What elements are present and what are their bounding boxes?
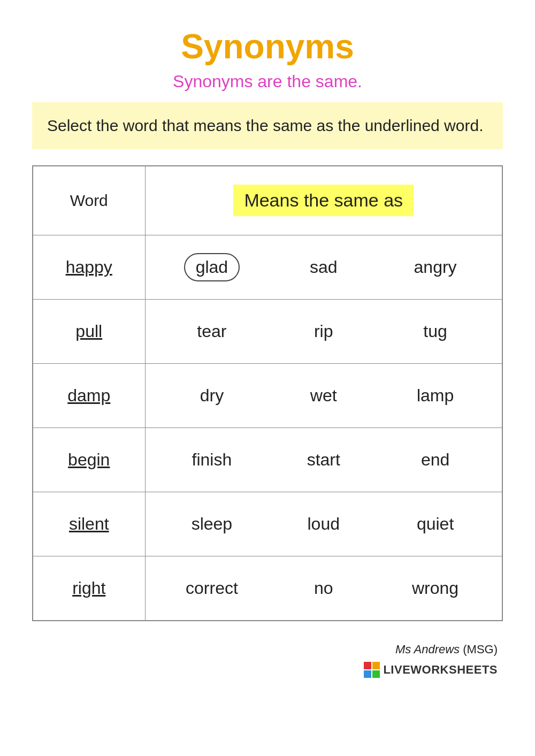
lw-sq-blue xyxy=(364,670,371,678)
footer-area: Ms Andrews (MSG) xyxy=(32,643,503,656)
header-word-cell: Word xyxy=(33,166,145,235)
word-label-silent: silent xyxy=(69,514,109,533)
page-title: Synonyms xyxy=(181,27,354,66)
lw-sq-orange xyxy=(372,662,380,669)
liveworksheets-brand-text: LIVEWORKSHEETS xyxy=(383,663,498,677)
header-means-cell: Means the same as xyxy=(145,166,502,235)
subtitle: Synonyms are the same. xyxy=(173,72,362,91)
word-cell-right: right xyxy=(33,556,145,621)
options-cell-begin: finishstartend xyxy=(145,428,502,492)
word-cell-pull: pull xyxy=(33,300,145,364)
option-pull-tug[interactable]: tug xyxy=(379,322,491,341)
option-circled-glad: glad xyxy=(184,253,240,281)
word-label-pull: pull xyxy=(75,322,102,341)
option-pull-rip[interactable]: rip xyxy=(268,322,379,341)
options-cell-pull: tearriptug xyxy=(145,300,502,364)
options-group-happy: gladsadangry xyxy=(146,235,502,299)
word-label-damp: damp xyxy=(67,386,110,405)
option-damp-dry[interactable]: dry xyxy=(156,386,268,406)
table-header-row: Word Means the same as xyxy=(33,166,502,235)
option-damp-wet[interactable]: wet xyxy=(268,386,379,406)
options-cell-right: correctnowrong xyxy=(145,556,502,621)
option-begin-end[interactable]: end xyxy=(379,450,491,470)
author-text: Ms Andrews xyxy=(395,643,460,656)
table-row: rightcorrectnowrong xyxy=(33,556,502,621)
options-group-begin: finishstartend xyxy=(146,428,502,492)
option-right-wrong[interactable]: wrong xyxy=(379,578,491,598)
options-cell-silent: sleeploudquiet xyxy=(145,492,502,556)
option-silent-loud[interactable]: loud xyxy=(268,514,379,534)
options-group-damp: drywetlamp xyxy=(146,364,502,427)
liveworksheets-area: LIVEWORKSHEETS xyxy=(32,662,503,678)
option-silent-sleep[interactable]: sleep xyxy=(156,514,268,534)
option-damp-lamp[interactable]: lamp xyxy=(379,386,491,406)
liveworksheets-logo: LIVEWORKSHEETS xyxy=(364,662,498,678)
synonym-table: Word Means the same as happygladsadangry… xyxy=(32,165,503,621)
word-label-begin: begin xyxy=(68,450,110,469)
msg-text: (MSG) xyxy=(460,643,498,656)
option-right-correct[interactable]: correct xyxy=(156,578,268,598)
word-cell-happy: happy xyxy=(33,235,145,300)
options-cell-damp: drywetlamp xyxy=(145,364,502,428)
lw-sq-red xyxy=(364,662,371,669)
option-silent-quiet[interactable]: quiet xyxy=(379,514,491,534)
options-group-silent: sleeploudquiet xyxy=(146,492,502,556)
option-begin-finish[interactable]: finish xyxy=(156,450,268,470)
header-means-label: Means the same as xyxy=(233,185,414,216)
table-row: happygladsadangry xyxy=(33,235,502,300)
option-pull-tear[interactable]: tear xyxy=(156,322,268,341)
lw-squares-icon xyxy=(364,662,380,678)
instruction-box: Select the word that means the same as t… xyxy=(32,102,503,149)
options-group-pull: tearriptug xyxy=(146,300,502,363)
option-right-no[interactable]: no xyxy=(268,578,379,598)
table-row: pulltearriptug xyxy=(33,300,502,364)
options-cell-happy: gladsadangry xyxy=(145,235,502,300)
word-label-happy: happy xyxy=(66,257,112,277)
word-cell-silent: silent xyxy=(33,492,145,556)
option-happy-angry[interactable]: angry xyxy=(379,257,491,277)
option-happy-glad[interactable]: glad xyxy=(156,253,268,281)
options-group-right: correctnowrong xyxy=(146,556,502,620)
word-cell-begin: begin xyxy=(33,428,145,492)
table-row: beginfinishstartend xyxy=(33,428,502,492)
word-label-right: right xyxy=(72,578,105,598)
word-cell-damp: damp xyxy=(33,364,145,428)
header-word-label: Word xyxy=(70,192,108,209)
table-row: dampdrywetlamp xyxy=(33,364,502,428)
option-begin-start[interactable]: start xyxy=(268,450,379,470)
option-happy-sad[interactable]: sad xyxy=(268,257,379,277)
lw-sq-green xyxy=(372,670,380,678)
table-row: silentsleeploudquiet xyxy=(33,492,502,556)
